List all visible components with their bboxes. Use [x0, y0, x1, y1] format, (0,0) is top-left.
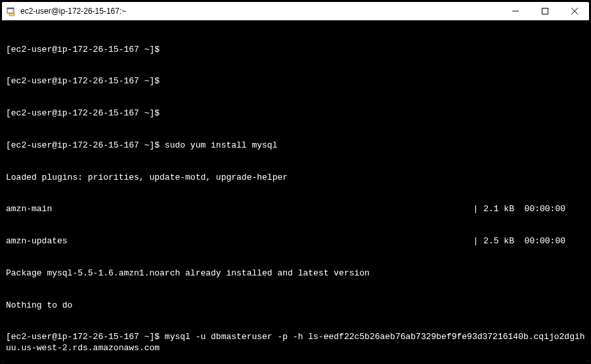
repo-name: amzn-updates — [6, 236, 68, 247]
window-controls — [500, 2, 589, 20]
repo-info: | 2.5 kB 00:00:00 — [473, 236, 585, 247]
terminal-line: [ec2-user@ip-172-26-15-167 ~]$ — [6, 76, 585, 87]
maximize-icon — [542, 8, 548, 14]
repo-name: amzn-main — [6, 204, 52, 214]
terminal-line: Nothing to do — [6, 300, 585, 311]
terminal-line: amzn-main | 2.1 kB 00:00:00 — [6, 204, 585, 214]
maximize-button[interactable] — [530, 2, 559, 20]
terminal-line: [ec2-user@ip-172-26-15-167 ~]$ — [6, 45, 585, 55]
svg-rect-2 — [9, 14, 14, 16]
close-icon — [571, 8, 578, 14]
window-title: ec2-user@ip-172-26-15-167:~ — [20, 7, 500, 16]
repo-info: | 2.1 kB 00:00:00 — [473, 204, 585, 214]
minimize-icon — [512, 8, 519, 14]
terminal-line: amzn-updates | 2.5 kB 00:00:00 — [6, 236, 585, 247]
putty-icon — [6, 6, 16, 16]
terminal-pane[interactable]: [ec2-user@ip-172-26-15-167 ~]$ [ec2-user… — [2, 20, 589, 362]
terminal-line: [ec2-user@ip-172-26-15-167 ~]$ mysql -u … — [6, 332, 585, 354]
svg-rect-5 — [542, 8, 548, 14]
window-frame: ec2-user@ip-172-26-15-167:~ [ec2-user@ip… — [2, 2, 589, 362]
terminal-line: Loaded plugins: priorities, update-motd,… — [6, 172, 585, 183]
titlebar[interactable]: ec2-user@ip-172-26-15-167:~ — [2, 2, 589, 20]
terminal-line: Package mysql-5.5-1.6.amzn1.noarch alrea… — [6, 268, 585, 279]
svg-rect-1 — [7, 8, 14, 9]
close-button[interactable] — [559, 2, 589, 20]
terminal-line: [ec2-user@ip-172-26-15-167 ~]$ — [6, 108, 585, 119]
minimize-button[interactable] — [500, 2, 530, 20]
terminal-line: [ec2-user@ip-172-26-15-167 ~]$ sudo yum … — [6, 140, 585, 151]
